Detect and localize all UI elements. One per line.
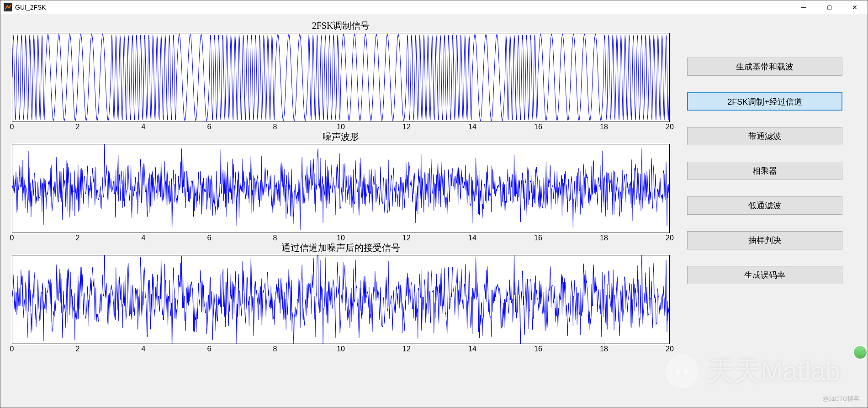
lowpass-button[interactable]: 低通滤波 xyxy=(687,196,842,215)
ber-button[interactable]: 生成误码率 xyxy=(687,266,842,284)
client-area: 2FSK调制信号 02468101214161820 噪声波形 02468101… xyxy=(0,14,868,408)
plot-title: 通过信道加噪声后的接受信号 xyxy=(12,242,670,254)
xtick-label: 14 xyxy=(468,234,476,242)
sample-decide-button[interactable]: 抽样判决 xyxy=(687,231,842,249)
app-window: GUI_2FSK — ▢ ✕ 2FSK调制信号 0246810121416182… xyxy=(0,0,868,408)
xtick-label: 16 xyxy=(534,123,542,131)
plot-rx: 通过信道加噪声后的接受信号 02468101214161820 xyxy=(0,242,677,353)
plots-panel: 2FSK调制信号 02468101214161820 噪声波形 02468101… xyxy=(0,20,677,353)
xtick-label: 10 xyxy=(337,345,345,353)
xtick-label: 8 xyxy=(273,234,277,242)
plot-noise: 噪声波形 02468101214161820 xyxy=(0,131,677,242)
xtick-label: 18 xyxy=(600,234,608,242)
badge-icon xyxy=(853,345,868,360)
xtick-label: 8 xyxy=(273,123,277,131)
xtick-label: 14 xyxy=(468,123,476,131)
axes-noise[interactable] xyxy=(12,144,670,233)
xtick-label: 0 xyxy=(10,345,14,353)
xtick-label: 18 xyxy=(600,345,608,353)
xtick-label: 12 xyxy=(402,123,411,131)
plot-fsk: 2FSK调制信号 02468101214161820 xyxy=(0,20,677,131)
xtick-label: 8 xyxy=(273,345,277,353)
xtick-label: 20 xyxy=(666,234,674,242)
xtick-label: 4 xyxy=(142,123,146,131)
xtick-label: 12 xyxy=(402,234,411,242)
xticks: 02468101214161820 xyxy=(12,344,670,354)
xtick-label: 0 xyxy=(10,234,14,242)
xtick-label: 10 xyxy=(337,123,345,131)
minimize-button[interactable]: — xyxy=(791,0,816,14)
fsk-channel-button[interactable]: 2FSK调制+经过信道 xyxy=(687,92,842,111)
matlab-icon xyxy=(3,3,12,12)
xtick-label: 10 xyxy=(337,234,345,242)
footer-watermark: @51CTO博客 xyxy=(822,395,859,403)
axes-fsk[interactable] xyxy=(12,33,670,122)
xtick-label: 6 xyxy=(207,345,212,353)
xtick-label: 18 xyxy=(600,123,608,131)
window-title: GUI_2FSK xyxy=(15,4,46,11)
xtick-label: 6 xyxy=(207,234,212,242)
xtick-label: 4 xyxy=(142,234,146,242)
xtick-label: 6 xyxy=(207,123,212,131)
xtick-label: 2 xyxy=(76,123,80,131)
watermark-text: 天天Matlab xyxy=(708,354,840,389)
xtick-label: 20 xyxy=(666,123,674,131)
close-button[interactable]: ✕ xyxy=(842,0,868,14)
watermark: 天天Matlab xyxy=(666,354,840,389)
xtick-label: 12 xyxy=(402,345,411,353)
plot-title: 噪声波形 xyxy=(12,131,670,143)
titlebar: GUI_2FSK — ▢ ✕ xyxy=(0,0,868,14)
xtick-label: 4 xyxy=(142,345,146,353)
multiplier-button[interactable]: 相乘器 xyxy=(687,162,842,180)
bandpass-button[interactable]: 带通滤波 xyxy=(687,127,842,145)
xtick-label: 20 xyxy=(666,345,674,353)
plot-title: 2FSK调制信号 xyxy=(12,20,670,32)
button-panel: 生成基带和载波2FSK调制+经过信道带通滤波相乘器低通滤波抽样判决生成误码率 xyxy=(687,58,842,284)
svg-rect-0 xyxy=(4,3,12,11)
xtick-label: 16 xyxy=(534,345,542,353)
xtick-label: 2 xyxy=(76,234,80,242)
xtick-label: 2 xyxy=(76,345,80,353)
xtick-label: 0 xyxy=(10,123,14,131)
xtick-label: 16 xyxy=(534,234,542,242)
wechat-icon xyxy=(666,355,699,388)
gen-baseband-button[interactable]: 生成基带和载波 xyxy=(687,58,842,76)
axes-rx[interactable] xyxy=(12,255,670,344)
maximize-button[interactable]: ▢ xyxy=(816,0,842,14)
xtick-label: 14 xyxy=(468,345,476,353)
